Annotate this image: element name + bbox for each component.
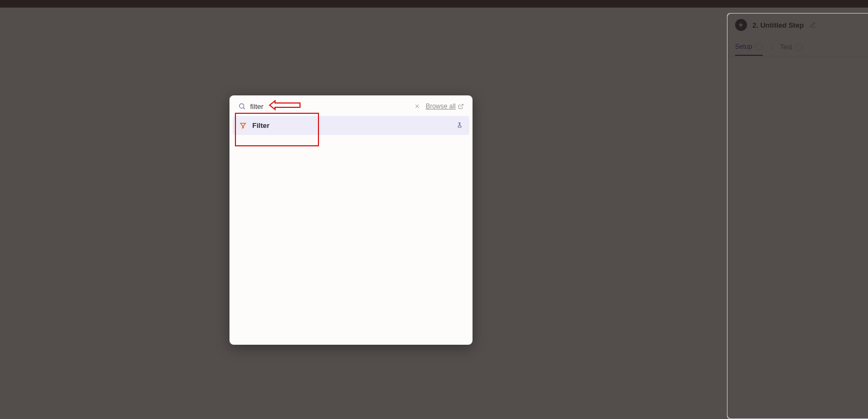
browse-all-label: Browse all: [426, 102, 456, 110]
result-item-filter[interactable]: Filter: [233, 116, 469, 135]
svg-point-0: [239, 104, 244, 108]
browse-all-link[interactable]: Browse all: [426, 102, 464, 110]
search-icon: [238, 102, 246, 110]
search-row: Browse all: [229, 95, 473, 116]
pin-icon[interactable]: [456, 122, 463, 129]
panel-dim-overlay: [727, 14, 868, 418]
app-search-popup: Browse all Filter: [229, 95, 473, 345]
step-side-panel: 2. Untitled Step Setup › Test: [727, 13, 868, 419]
clear-search-button[interactable]: [413, 102, 422, 111]
search-input[interactable]: [250, 102, 409, 111]
search-results: Filter: [229, 116, 473, 135]
result-label: Filter: [252, 121, 450, 130]
filter-icon: [239, 122, 247, 130]
external-link-icon: [458, 104, 464, 109]
